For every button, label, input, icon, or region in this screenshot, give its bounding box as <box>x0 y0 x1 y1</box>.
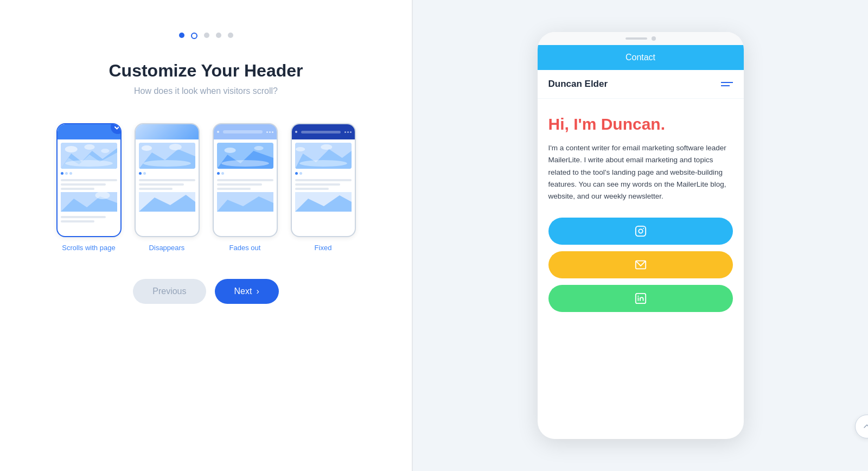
notch-line <box>626 37 647 40</box>
next-label: Next <box>234 287 252 296</box>
fixed-lines <box>295 177 352 192</box>
chevron-up-icon <box>863 422 868 431</box>
phone-fades <box>213 123 278 237</box>
disappears-header <box>136 124 199 139</box>
fades-header <box>214 124 277 139</box>
svg-point-28 <box>639 230 642 233</box>
contact-bar[interactable]: Contact <box>538 45 744 70</box>
svg-point-5 <box>101 149 109 153</box>
phone-scrolls <box>56 123 122 237</box>
instagram-icon <box>635 225 647 237</box>
svg-point-3 <box>65 146 77 152</box>
description-text: I'm a content writer for email marketing… <box>548 142 733 202</box>
option-scrolls[interactable]: Scrolls with page <box>56 123 122 252</box>
disappears-image <box>139 143 195 169</box>
left-panel: Customize Your Header How does it look w… <box>0 0 412 471</box>
svg-point-4 <box>84 144 94 150</box>
svg-point-24 <box>321 144 332 150</box>
fixed-image2 <box>295 192 352 212</box>
fades-lines <box>217 177 273 192</box>
option-fades[interactable]: Fades out <box>213 123 278 252</box>
fades-dots <box>217 172 273 175</box>
user-name: Duncan Elder <box>548 79 608 90</box>
fixed-header <box>292 124 355 139</box>
hamburger-line-2 <box>721 85 730 86</box>
hamburger-icon[interactable] <box>721 82 733 86</box>
svg-point-29 <box>643 228 644 229</box>
hamburger-line-1 <box>721 82 733 83</box>
notch-dot <box>652 36 656 41</box>
email-button[interactable] <box>548 251 733 278</box>
scroll-top-button[interactable] <box>855 415 868 438</box>
fixed-content <box>292 139 355 217</box>
scrolls-dots <box>61 172 117 175</box>
scrolls-lines2 <box>61 214 117 225</box>
option-scrolls-label: Scrolls with page <box>62 244 115 252</box>
svg-point-12 <box>169 144 181 150</box>
scrolls-lines <box>61 177 117 192</box>
disappears-dots <box>139 172 195 175</box>
dot-2[interactable] <box>191 33 197 39</box>
linkedin-button[interactable] <box>548 285 733 312</box>
contact-label: Contact <box>626 53 655 62</box>
dot-3[interactable] <box>204 33 209 38</box>
phone-preview: Contact Duncan Elder Hi, I'm Duncan. I'm… <box>538 32 744 439</box>
email-icon <box>635 259 647 271</box>
nav-buttons: Previous Next › <box>133 279 278 304</box>
header-options: Scrolls with page <box>56 123 356 252</box>
step-dots <box>179 33 233 39</box>
svg-point-18 <box>254 146 263 150</box>
preview-body: Hi, I'm Duncan. I'm a content writer for… <box>538 99 744 329</box>
fades-image2 <box>217 192 273 212</box>
fades-image <box>217 143 273 169</box>
disappears-image2 <box>139 192 195 212</box>
dot-5[interactable] <box>228 33 233 38</box>
option-disappears-label: Disappears <box>149 244 185 252</box>
svg-point-33 <box>637 296 639 297</box>
dot-4[interactable] <box>216 33 221 38</box>
option-disappears[interactable]: Disappears <box>135 123 200 252</box>
fixed-image <box>295 143 352 169</box>
page-title: Customize Your Header <box>108 61 303 81</box>
page-subtitle: How does it look when visitors scroll? <box>134 86 278 96</box>
svg-point-23 <box>295 147 304 151</box>
scrolls-image2 <box>61 192 117 212</box>
notch-bar <box>538 32 744 45</box>
instagram-button[interactable] <box>548 218 733 245</box>
option-fades-label: Fades out <box>229 244 261 252</box>
fades-content <box>214 139 277 217</box>
disappears-content <box>136 139 199 217</box>
next-button[interactable]: Next › <box>215 279 279 304</box>
fixed-dots <box>295 172 352 175</box>
phone-disappears <box>135 123 200 237</box>
greeting-text: Hi, I'm Duncan. <box>548 115 733 133</box>
scrolls-content <box>58 139 120 228</box>
previous-button[interactable]: Previous <box>133 279 206 304</box>
dot-1[interactable] <box>179 33 184 38</box>
option-fixed[interactable]: Fixed <box>291 123 356 252</box>
disappears-lines <box>139 177 195 192</box>
right-panel: Contact Duncan Elder Hi, I'm Duncan. I'm… <box>413 0 868 471</box>
option-fixed-label: Fixed <box>315 244 332 252</box>
svg-point-17 <box>224 148 235 153</box>
linkedin-icon <box>635 292 647 304</box>
preview-nav: Duncan Elder <box>538 70 744 99</box>
scrolls-image <box>61 143 117 169</box>
svg-point-11 <box>141 145 151 151</box>
phone-fixed <box>291 123 356 237</box>
chevron-right-icon: › <box>256 287 259 296</box>
svg-rect-27 <box>635 226 645 236</box>
